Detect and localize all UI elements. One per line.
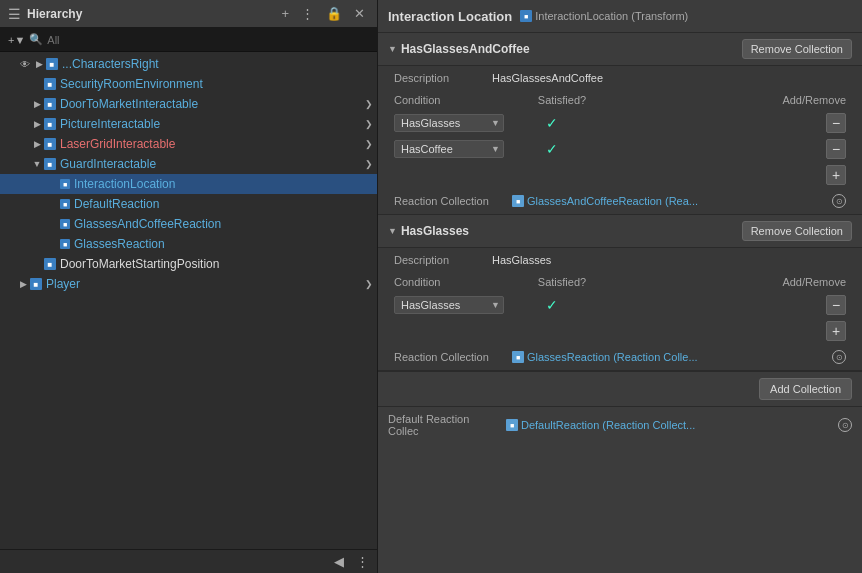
expand-arrow: ▶: [30, 119, 44, 129]
tree-item-glasses-coffee[interactable]: ■ GlassesAndCoffeeReaction: [0, 214, 377, 234]
hierarchy-close-button[interactable]: ✕: [350, 4, 369, 23]
addremove-col-label: Add/Remove: [610, 94, 846, 106]
reaction-settings-1-button[interactable]: ⊙: [832, 194, 846, 208]
tree-label: DoorToMarketStartingPosition: [60, 257, 219, 271]
tree-label: DoorToMarketInteractable: [60, 97, 198, 111]
inspector-subtitle: ■ InteractionLocation (Transform): [520, 10, 688, 22]
remove-collection-2-button[interactable]: Remove Collection: [742, 221, 852, 241]
add-condition-1-button[interactable]: +: [826, 165, 846, 185]
tree-item-characters-right[interactable]: 👁 ▶ ■ ...CharactersRight: [0, 54, 377, 74]
default-reaction-text: DefaultReaction (Reaction Collect...: [521, 419, 695, 431]
condition-col-label-2: Condition: [394, 276, 514, 288]
object-icon: ■: [60, 239, 70, 249]
hierarchy-options-button[interactable]: ⋮: [297, 4, 318, 23]
expand-arrow: ▶: [30, 139, 44, 149]
condition-dropdown-1b: HasCoffee ▼: [394, 140, 504, 158]
satisfied-col-label: Satisfied?: [522, 94, 602, 106]
hierarchy-tree: 👁 ▶ ■ ...CharactersRight ■ SecurityRoomE…: [0, 52, 377, 549]
condition-row-1b: HasCoffee ▼ ✓ −: [378, 136, 862, 162]
tree-label: PictureInteractable: [60, 117, 160, 131]
inspector-header: Interaction Location ■ InteractionLocati…: [378, 0, 862, 33]
tree-item-default-reaction[interactable]: ■ DefaultReaction: [0, 194, 377, 214]
remove-condition-2a-button[interactable]: −: [826, 295, 846, 315]
description-value-2: HasGlasses: [492, 254, 551, 266]
tree-label: SecurityRoomEnvironment: [60, 77, 203, 91]
plus-row-2: +: [378, 318, 862, 344]
eye-icon: 👁: [18, 59, 32, 70]
hierarchy-bottom-left-btn[interactable]: ◀: [330, 552, 348, 571]
collapse-arrow-1[interactable]: ▼: [388, 44, 397, 54]
search-add-button[interactable]: +▼: [8, 34, 25, 46]
reaction-row-1: Reaction Collection ■ GlassesAndCoffeeRe…: [378, 188, 862, 214]
object-icon: ■: [60, 219, 70, 229]
remove-condition-1a-button[interactable]: −: [826, 113, 846, 133]
inspector-subtitle-text: InteractionLocation (Transform): [535, 10, 688, 22]
reaction-collection-label-2: Reaction Collection: [394, 351, 504, 363]
description-value-1: HasGlassesAndCoffee: [492, 72, 603, 84]
remove-condition-1b-button[interactable]: −: [826, 139, 846, 159]
hierarchy-header-left: ☰ Hierarchy: [8, 6, 82, 22]
tree-label: LaserGridInteractable: [60, 137, 175, 151]
tree-item-player[interactable]: ▶ ■ Player ❯: [0, 274, 377, 294]
object-icon: ■: [44, 258, 56, 270]
tree-label: Player: [46, 277, 80, 291]
tree-label: GlassesReaction: [74, 237, 165, 251]
tree-item-picture[interactable]: ▶ ■ PictureInteractable ❯: [0, 114, 377, 134]
satisfied-check-1b: ✓: [512, 141, 592, 157]
satisfied-check-1a: ✓: [512, 115, 592, 131]
default-reaction-icon: ■: [506, 419, 518, 431]
collapse-arrow-2[interactable]: ▼: [388, 226, 397, 236]
object-icon: ■: [44, 78, 56, 90]
object-icon: ■: [44, 98, 56, 110]
remove-collection-1-button[interactable]: Remove Collection: [742, 39, 852, 59]
expand-arrow: ▶: [32, 59, 46, 69]
condition-select-1b[interactable]: HasCoffee: [394, 140, 504, 158]
search-input[interactable]: [47, 34, 369, 46]
condition-row-2a: HasGlasses ▼ ✓ −: [378, 292, 862, 318]
tree-label: DefaultReaction: [74, 197, 159, 211]
hierarchy-title: Hierarchy: [27, 7, 82, 21]
add-collection-button[interactable]: Add Collection: [759, 378, 852, 400]
tree-item-guard[interactable]: ▼ ■ GuardInteractable ❯: [0, 154, 377, 174]
hierarchy-add-button[interactable]: +: [277, 4, 293, 23]
condition-row-1a: HasGlasses ▼ ✓ −: [378, 110, 862, 136]
object-icon: ■: [60, 199, 70, 209]
hierarchy-lock-button[interactable]: 🔒: [322, 4, 346, 23]
nav-arrow: ❯: [365, 279, 377, 289]
collection-block-2: ▼ HasGlasses Remove Collection Descripti…: [378, 215, 862, 371]
add-collection-row: Add Collection: [378, 371, 862, 407]
inspector-body: ▼ HasGlassesAndCoffee Remove Collection …: [378, 33, 862, 573]
reaction-value-2: ■ GlassesReaction (Reaction Colle...: [512, 351, 824, 363]
tree-item-door-to-market[interactable]: ▶ ■ DoorToMarketInteractable ❯: [0, 94, 377, 114]
description-label-2: Description: [394, 254, 484, 266]
addremove-col-label-2: Add/Remove: [610, 276, 846, 288]
collection-1-name: HasGlassesAndCoffee: [401, 42, 530, 56]
object-icon: ■: [46, 58, 58, 70]
reaction-obj-icon-2: ■: [512, 351, 524, 363]
default-reaction-value: ■ DefaultReaction (Reaction Collect...: [506, 419, 830, 431]
hierarchy-menu-icon: ☰: [8, 6, 21, 22]
reaction-settings-2-button[interactable]: ⊙: [832, 350, 846, 364]
tree-item-interaction-location[interactable]: ■ InteractionLocation: [0, 174, 377, 194]
nav-arrow: ❯: [365, 139, 377, 149]
collection-1-header-left: ▼ HasGlassesAndCoffee: [388, 42, 530, 56]
tree-item-door-start[interactable]: ■ DoorToMarketStartingPosition: [0, 254, 377, 274]
object-icon: ■: [44, 158, 56, 170]
collection-1-header: ▼ HasGlassesAndCoffee Remove Collection: [378, 33, 862, 66]
reaction-value-1: ■ GlassesAndCoffeeReaction (Rea...: [512, 195, 824, 207]
search-bar: +▼ 🔍: [0, 28, 377, 52]
condition-select-1a[interactable]: HasGlasses: [394, 114, 504, 132]
tree-item-security-room[interactable]: ■ SecurityRoomEnvironment: [0, 74, 377, 94]
component-icon: ■: [520, 10, 532, 22]
tree-item-laser-grid[interactable]: ▶ ■ LaserGridInteractable ❯: [0, 134, 377, 154]
hierarchy-bottom-options-btn[interactable]: ⋮: [352, 552, 373, 571]
add-condition-2-button[interactable]: +: [826, 321, 846, 341]
tree-item-glasses-reaction[interactable]: ■ GlassesReaction: [0, 234, 377, 254]
search-icon: 🔍: [29, 33, 43, 46]
nav-arrow: ❯: [365, 159, 377, 169]
condition-dropdown-2a: HasGlasses ▼: [394, 296, 504, 314]
default-reaction-settings-button[interactable]: ⊙: [838, 418, 852, 432]
hierarchy-panel: ☰ Hierarchy + ⋮ 🔒 ✕ +▼ 🔍 👁 ▶ ■ ...Charac…: [0, 0, 378, 573]
condition-select-2a[interactable]: HasGlasses: [394, 296, 504, 314]
collection-block-1: ▼ HasGlassesAndCoffee Remove Collection …: [378, 33, 862, 215]
